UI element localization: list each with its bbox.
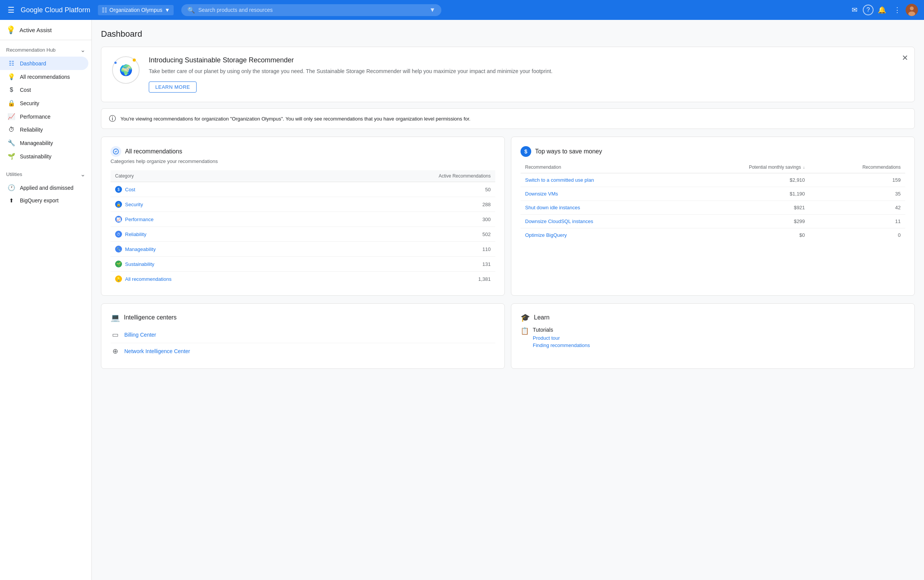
table-row[interactable]: 🔒 Security 288: [110, 197, 495, 212]
table-row[interactable]: Shut down idle instances $921 42: [521, 201, 905, 215]
banner-content: Introducing Sustainable Storage Recommen…: [149, 56, 904, 92]
all-rec-card-title: All recommendations: [125, 148, 182, 155]
recommendation-hub-label: Recommendation Hub: [6, 47, 56, 53]
svg-point-2: [908, 12, 915, 16]
all-rec-card-header: All recommendations: [110, 146, 495, 157]
table-row[interactable]: Downsize CloudSQL instances $299 11: [521, 215, 905, 228]
sidebar-item-reliability[interactable]: ⏱ Reliability: [0, 123, 88, 136]
tutorial-product-tour[interactable]: Product tour: [533, 335, 590, 341]
table-row[interactable]: $ Cost 50: [110, 182, 495, 197]
sidebar-item-manageability[interactable]: 🔧 Manageability: [0, 136, 88, 150]
learn-more-button[interactable]: LEARN MORE: [149, 81, 197, 92]
table-row[interactable]: 💡 All recommendations 1,381: [110, 272, 495, 287]
active-assist-label: Active Assist: [20, 27, 52, 33]
category-link-reliability[interactable]: ⏱ Reliability: [115, 231, 305, 237]
sidebar-item-dashboard[interactable]: ☷ Dashboard: [0, 57, 88, 70]
email-icon[interactable]: ✉: [847, 3, 861, 17]
search-icon: 🔍: [187, 7, 195, 14]
intel-icon: 💻: [110, 313, 120, 322]
category-link-sustainability[interactable]: 🌱 Sustainability: [115, 260, 305, 267]
intel-item-network[interactable]: ⊕ Network Intelligence Center: [110, 343, 495, 359]
recommendations-table: Category Active Recommendations $ Cost 5…: [110, 170, 495, 286]
active-assist-icon: 💡: [6, 25, 16, 35]
intel-item-billing[interactable]: ▭ Billing Center: [110, 327, 495, 343]
more-options-icon[interactable]: ⋮: [890, 3, 904, 17]
sidebar-section-recommendation-hub[interactable]: Recommendation Hub ⌄: [0, 42, 91, 57]
sidebar: 💡 Active Assist Recommendation Hub ⌄ ☷ D…: [0, 20, 92, 580]
applied-dismissed-icon: 🕐: [8, 184, 15, 191]
category-link-manageability[interactable]: 🔧 Manageability: [115, 246, 305, 252]
tutorials-icon: 📋: [521, 327, 529, 335]
help-icon[interactable]: ?: [863, 5, 873, 15]
table-row[interactable]: Downsize VMs $1,190 35: [521, 187, 905, 201]
savings-card-title: Top ways to save money: [535, 148, 602, 155]
intel-card-header: 💻 Intelligence centers: [110, 313, 495, 322]
intel-items: ▭ Billing Center ⊕ Network Intelligence …: [110, 327, 495, 359]
sustainability-icon: 🌱: [8, 153, 15, 160]
org-dropdown-arrow: ▼: [165, 7, 170, 13]
sidebar-item-cost[interactable]: $ Cost: [0, 83, 88, 96]
sidebar-item-applied-dismissed-label: Applied and dismissed: [20, 185, 74, 191]
col-category: Category: [110, 170, 309, 182]
org-icon: ☷: [102, 7, 107, 14]
billing-icon: ▭: [110, 331, 120, 339]
tutorials-content: Tutorials Product tour Finding recommend…: [533, 327, 590, 350]
sidebar-item-sustainability-label: Sustainability: [20, 153, 52, 160]
learn-card-title: Learn: [534, 314, 549, 321]
avatar[interactable]: [906, 4, 918, 16]
sidebar-item-performance[interactable]: 📈 Performance: [0, 110, 88, 123]
table-row[interactable]: 🌱 Sustainability 131: [110, 257, 495, 272]
sidebar-item-reliability-label: Reliability: [20, 127, 43, 133]
page-title: Dashboard: [101, 29, 915, 39]
all-recommendations-card: All recommendations Categories help orga…: [101, 137, 505, 296]
sidebar-section-utilities[interactable]: Utilities ⌄: [0, 166, 91, 181]
learn-icon: 🎓: [521, 313, 530, 322]
sidebar-item-dashboard-label: Dashboard: [20, 61, 46, 67]
savings-table: Recommendation Potential monthly savings…: [521, 161, 905, 242]
svg-point-1: [910, 7, 914, 10]
sidebar-item-security[interactable]: 🔒 Security: [0, 96, 88, 110]
intelligence-centers-card: 💻 Intelligence centers ▭ Billing Center …: [101, 303, 505, 369]
close-banner-button[interactable]: ✕: [900, 52, 910, 64]
tutorials-title: Tutorials: [533, 327, 590, 333]
hamburger-icon[interactable]: ☰: [6, 4, 16, 16]
cost-icon: $: [8, 86, 15, 93]
category-link-all[interactable]: 💡 All recommendations: [115, 275, 305, 282]
category-link-cost[interactable]: $ Cost: [115, 186, 305, 193]
main-content: Dashboard 🌍 Introducing Sustainable Stor…: [92, 20, 924, 580]
tutorial-finding-recommendations[interactable]: Finding recommendations: [533, 343, 590, 348]
bottom-cards-row: 💻 Intelligence centers ▭ Billing Center …: [101, 303, 915, 369]
notifications-icon[interactable]: 🔔: [875, 3, 889, 17]
sidebar-item-bigquery-export[interactable]: ⬆ BigQuery export: [0, 194, 88, 207]
table-row[interactable]: Optimize BigQuery $0 0: [521, 228, 905, 242]
dot-blue: [114, 62, 117, 64]
network-label: Network Intelligence Center: [124, 348, 190, 354]
bigquery-export-icon: ⬆: [8, 198, 15, 204]
performance-icon: 📈: [8, 113, 15, 120]
org-selector[interactable]: ☷ Organization Olympus ▼: [98, 5, 174, 15]
learn-card: 🎓 Learn 📋 Tutorials Product tour Finding…: [511, 303, 915, 369]
sidebar-item-cost-label: Cost: [20, 87, 31, 93]
sidebar-item-bigquery-export-label: BigQuery export: [20, 198, 59, 204]
sidebar-item-sustainability[interactable]: 🌱 Sustainability: [0, 150, 88, 163]
billing-label: Billing Center: [124, 332, 156, 338]
table-row[interactable]: 📈 Performance 300: [110, 212, 495, 227]
info-bar-text: You're viewing recommendations for organ…: [120, 116, 470, 122]
table-row[interactable]: 🔧 Manageability 110: [110, 242, 495, 257]
sidebar-item-all-recommendations[interactable]: 💡 All recommendations: [0, 70, 88, 83]
sidebar-item-all-rec-label: All recommendations: [20, 74, 70, 80]
search-bar[interactable]: 🔍 ▼: [181, 4, 441, 16]
banner-description: Take better care of our planet by using …: [149, 68, 904, 75]
sidebar-item-applied-dismissed[interactable]: 🕐 Applied and dismissed: [0, 181, 88, 194]
utilities-label: Utilities: [6, 171, 22, 177]
dashboard-icon: ☷: [8, 60, 15, 67]
tutorials-section: 📋 Tutorials Product tour Finding recomme…: [521, 327, 905, 350]
search-input[interactable]: [198, 7, 426, 13]
sidebar-item-security-label: Security: [20, 100, 39, 106]
table-row[interactable]: Switch to a committed use plan $2,910 15…: [521, 173, 905, 187]
category-link-performance[interactable]: 📈 Performance: [115, 216, 305, 222]
recommendation-hub-chevron: ⌄: [80, 46, 85, 54]
category-link-security[interactable]: 🔒 Security: [115, 201, 305, 208]
table-row[interactable]: ⏱ Reliability 502: [110, 227, 495, 242]
col-rec-name: Recommendation: [521, 161, 678, 173]
